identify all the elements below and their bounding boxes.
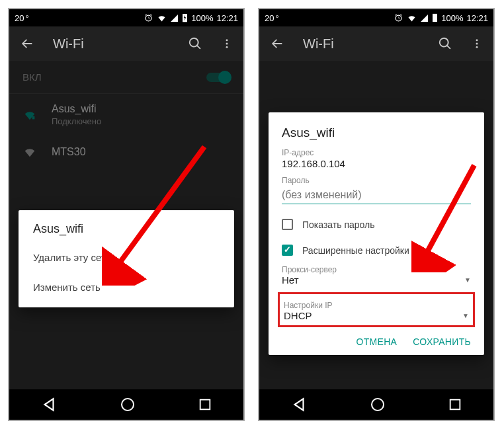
status-bar: 20 ° 100% 12:21 <box>259 9 493 26</box>
advanced-checkbox[interactable] <box>282 245 293 256</box>
svg-rect-10 <box>450 400 460 410</box>
ip-address-label: IP-адрес <box>282 148 471 157</box>
alarm-icon <box>394 13 403 23</box>
search-icon[interactable] <box>438 36 452 51</box>
app-bar: Wi-Fi <box>9 26 243 61</box>
phone-right: 20 ° 100% 12:21 Wi-Fi Asus_wifi IP-адрес… <box>258 8 495 421</box>
back-icon[interactable] <box>270 36 284 51</box>
password-input[interactable] <box>282 185 471 204</box>
nav-recent-icon[interactable] <box>448 397 462 412</box>
proxy-select[interactable]: Прокси-сервер Нет ▼ <box>282 265 471 286</box>
menu-modify-network[interactable]: Изменить сеть <box>19 272 234 302</box>
signal-icon <box>420 14 429 22</box>
wifi-icon <box>407 13 417 23</box>
page-title: Wi-Fi <box>53 36 169 52</box>
degree-icon: ° <box>275 13 278 23</box>
svg-rect-5 <box>200 400 210 410</box>
dropdown-caret-icon: ▼ <box>464 276 471 284</box>
wifi-icon <box>157 13 167 23</box>
show-password-label: Показать пароль <box>302 219 375 230</box>
svg-point-0 <box>226 39 228 41</box>
app-bar: Wi-Fi <box>259 26 493 61</box>
temperature: 20 <box>265 13 274 23</box>
ip-settings-select[interactable]: Настройки IP DHCP ▼ <box>284 301 469 321</box>
nav-back-icon[interactable] <box>40 396 58 413</box>
search-icon[interactable] <box>188 36 202 51</box>
svg-point-1 <box>226 43 228 45</box>
nav-bar <box>9 389 243 420</box>
clock: 12:21 <box>466 13 488 23</box>
cancel-button[interactable]: ОТМЕНА <box>357 336 398 347</box>
dropdown-caret-icon: ▼ <box>462 312 469 319</box>
context-menu: Asus_wifi Удалить эту сеть Изменить сеть <box>19 210 234 307</box>
content-area: Asus_wifi IP-адрес 192.168.0.104 Пароль … <box>259 61 493 389</box>
battery-charging-icon <box>182 13 188 22</box>
page-title: Wi-Fi <box>303 36 419 52</box>
temperature: 20 <box>15 13 24 23</box>
show-password-row[interactable]: Показать пароль <box>282 219 471 230</box>
svg-point-9 <box>372 399 384 410</box>
dialog-actions: ОТМЕНА СОХРАНИТЬ <box>282 336 471 347</box>
overflow-icon[interactable] <box>221 36 233 51</box>
ip-settings-highlight: Настройки IP DHCP ▼ <box>278 292 475 327</box>
svg-point-2 <box>226 46 228 48</box>
ip-settings-value: DHCP <box>284 310 312 321</box>
menu-forget-network[interactable]: Удалить эту сеть <box>19 243 234 272</box>
nav-back-icon[interactable] <box>290 396 308 413</box>
show-password-checkbox[interactable] <box>282 219 293 230</box>
proxy-label: Прокси-сервер <box>282 265 471 274</box>
ip-address-value: 192.168.0.104 <box>282 158 471 169</box>
save-button[interactable]: СОХРАНИТЬ <box>413 336 471 347</box>
nav-bar <box>259 389 493 420</box>
context-menu-title: Asus_wifi <box>19 222 234 243</box>
phone-left: 20 ° 100% 12:21 Wi-Fi ВКЛ Asus_wifi Подк… <box>8 8 245 421</box>
battery-percent: 100% <box>191 13 213 23</box>
alarm-icon <box>144 13 153 23</box>
nav-home-icon[interactable] <box>120 397 136 412</box>
nav-home-icon[interactable] <box>370 397 386 412</box>
svg-point-6 <box>476 39 478 41</box>
clock: 12:21 <box>216 13 238 23</box>
advanced-row[interactable]: Расширенные настройки <box>282 245 471 256</box>
degree-icon: ° <box>25 13 28 23</box>
back-icon[interactable] <box>20 36 34 51</box>
svg-point-7 <box>476 43 478 45</box>
dialog-title: Asus_wifi <box>282 126 471 140</box>
svg-point-8 <box>476 46 478 48</box>
nav-recent-icon[interactable] <box>198 397 212 412</box>
battery-charging-icon <box>432 13 438 22</box>
overflow-icon[interactable] <box>471 36 483 51</box>
advanced-label: Расширенные настройки <box>302 245 409 256</box>
svg-point-4 <box>122 399 134 410</box>
battery-percent: 100% <box>441 13 463 23</box>
status-bar: 20 ° 100% 12:21 <box>9 9 243 26</box>
signal-icon <box>170 14 179 22</box>
content-area: ВКЛ Asus_wifi Подключено MTS30 Asus_wifi… <box>9 61 243 389</box>
proxy-value: Нет <box>282 274 299 286</box>
ip-settings-label: Настройки IP <box>284 301 469 310</box>
modify-network-dialog: Asus_wifi IP-адрес 192.168.0.104 Пароль … <box>269 112 484 355</box>
password-label: Пароль <box>282 176 471 185</box>
